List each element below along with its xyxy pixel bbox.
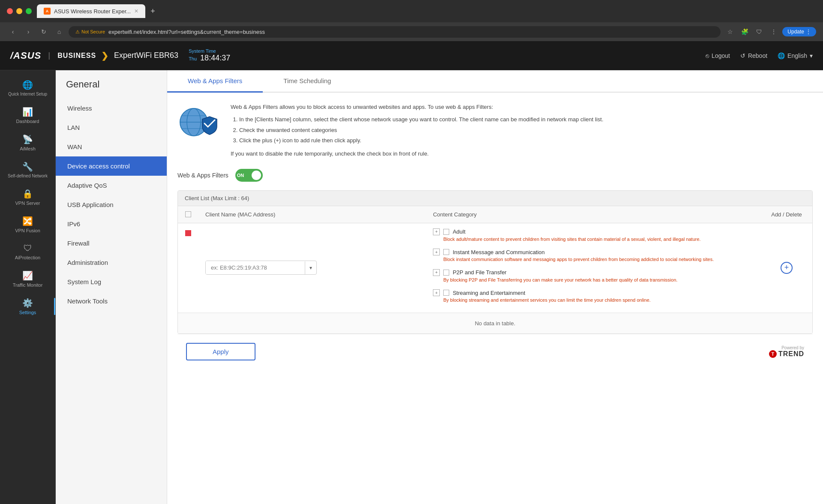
nav-item-system-log[interactable]: System Log <box>56 272 167 291</box>
traffic-monitor-icon: 📈 <box>22 270 33 281</box>
vpn-fusion-icon: 🔀 <box>22 216 33 226</box>
trend-logo: T TREND <box>769 350 804 358</box>
info-text: Web & Apps Filters allows you to block a… <box>231 103 604 159</box>
tab-close-icon[interactable]: ✕ <box>134 8 138 14</box>
left-nav: General Wireless LAN WAN Device access c… <box>56 70 167 504</box>
nav-item-adaptive-qos[interactable]: Adaptive QoS <box>56 176 167 195</box>
nav-item-administration[interactable]: Administration <box>56 253 167 272</box>
logo-arrow-icon: ❯ <box>101 51 109 61</box>
system-time-day: Thu <box>189 56 197 61</box>
maximize-button[interactable] <box>26 8 32 14</box>
system-time-clock: 18:44:37 <box>200 54 230 63</box>
sidebar-label-vpn-server: VPN Server <box>15 201 40 206</box>
col-header-action: Add / Delete <box>761 206 812 223</box>
mac-dropdown-arrow[interactable]: ▾ <box>305 261 316 274</box>
home-button[interactable]: ⌂ <box>53 26 65 38</box>
trend-name: TREND <box>778 350 804 358</box>
tab-title: ASUS Wireless Router Exper... <box>54 8 131 15</box>
mac-address-input[interactable] <box>206 261 305 274</box>
bottom-action: Apply Powered by T TREND <box>177 334 813 369</box>
sidebar-label-self-defined: Self-defined Network <box>8 174 48 178</box>
web-apps-filter-toggle[interactable]: ON <box>235 169 263 182</box>
category-desc-adult: Block adult/mature content to prevent ch… <box>443 236 700 243</box>
minimize-button[interactable] <box>16 8 22 14</box>
router-name: ExpertWiFi EBR63 <box>114 51 178 60</box>
trend-circle-icon: T <box>769 350 777 358</box>
category-expand-adult[interactable]: + <box>433 228 440 235</box>
mac-address-input-wrapper: ▾ <box>205 261 317 275</box>
back-button[interactable]: ‹ <box>7 26 19 38</box>
powered-by: Powered by T TREND <box>769 345 804 358</box>
tab-time-scheduling[interactable]: Time Scheduling <box>263 70 351 93</box>
powered-by-label: Powered by <box>781 345 804 350</box>
info-section: Web & Apps Filters allows you to block a… <box>177 103 813 159</box>
add-rule-button[interactable]: + <box>781 262 793 274</box>
nav-item-lan[interactable]: LAN <box>56 118 167 137</box>
client-list-section: Client List (Max Limit : 64) Client Name… <box>177 190 813 334</box>
category-p2p: + P2P and File Transfer By blocking P2P … <box>433 269 677 283</box>
sidebar-item-self-defined-network[interactable]: 🔧 Self-defined Network <box>0 157 55 183</box>
vpn-server-icon: 🔒 <box>22 189 33 199</box>
content-body: Web & Apps Filters allows you to block a… <box>167 93 823 504</box>
toggle-on-label: ON <box>237 173 244 178</box>
sidebar-item-settings[interactable]: ⚙️ Settings <box>0 294 55 319</box>
extension-icon[interactable]: 🧩 <box>739 26 751 38</box>
checkbox-streaming[interactable] <box>443 290 449 296</box>
sidebar-item-quick-internet-setup[interactable]: 🌐 Quick Internet Setup <box>0 75 55 101</box>
reboot-button[interactable]: ↺ Reboot <box>740 52 767 59</box>
self-defined-icon: 🔧 <box>22 162 33 172</box>
not-secure-indicator: ⚠ Not Secure <box>75 29 105 35</box>
sidebar-item-dashboard[interactable]: 📊 Dashboard <box>0 102 55 128</box>
tab-favicon: A <box>44 8 51 15</box>
bookmark-icon[interactable]: ☆ <box>724 26 736 38</box>
system-time-label: System Time <box>189 48 230 54</box>
address-bar[interactable]: ⚠ Not Secure expertwifi.net/index.html?u… <box>69 26 721 38</box>
sidebar-item-vpn-fusion[interactable]: 🔀 VPN Fusion <box>0 212 55 237</box>
nav-item-usb-application[interactable]: USB Application <box>56 195 167 214</box>
close-button[interactable] <box>7 8 13 14</box>
refresh-button[interactable]: ↻ <box>38 26 50 38</box>
new-tab-button[interactable]: + <box>147 5 159 18</box>
category-expand-instant-message[interactable]: + <box>433 249 440 255</box>
checkbox-instant-message[interactable] <box>443 249 449 255</box>
content-tabs: Web & Apps Filters Time Scheduling <box>167 70 823 93</box>
sidebar-label-aimesh: AiMesh <box>20 146 36 151</box>
shield-icon[interactable]: 🛡 <box>753 26 765 38</box>
update-button[interactable]: Update ⋮ <box>782 27 816 36</box>
sidebar-item-aiprotection[interactable]: 🛡 AiProtection <box>0 239 55 264</box>
sidebar-item-aimesh[interactable]: 📡 AiMesh <box>0 130 55 156</box>
category-expand-p2p[interactable]: + <box>433 269 440 276</box>
nav-item-device-access-control[interactable]: Device access control <box>56 156 167 176</box>
nav-item-wireless[interactable]: Wireless <box>56 99 167 118</box>
category-name-adult: Adult <box>453 228 466 235</box>
system-time: System Time Thu 18:44:37 <box>189 48 230 63</box>
select-all-checkbox[interactable] <box>185 211 191 217</box>
category-name-instant-message: Instant Message and Communication <box>453 249 545 255</box>
language-label: English <box>787 52 807 59</box>
language-selector[interactable]: 🌐 English ▾ <box>778 52 813 59</box>
table-header-row: Client Name (MAC Address) Content Catego… <box>178 206 812 223</box>
nav-item-wan[interactable]: WAN <box>56 137 167 156</box>
active-tab[interactable]: A ASUS Wireless Router Exper... ✕ <box>37 4 145 18</box>
checkbox-p2p[interactable] <box>443 270 449 276</box>
aiprotection-icon: 🛡 <box>24 243 32 253</box>
menu-icon[interactable]: ⋮ <box>768 26 780 38</box>
apply-button[interactable]: Apply <box>186 343 255 360</box>
forward-button[interactable]: › <box>22 26 34 38</box>
globe-icon: 🌐 <box>778 52 785 59</box>
nav-item-firewall[interactable]: Firewall <box>56 234 167 253</box>
nav-item-ipv6[interactable]: IPv6 <box>56 214 167 234</box>
tab-web-apps-filters[interactable]: Web & Apps Filters <box>167 70 263 93</box>
sidebar-item-traffic-monitor[interactable]: 📈 Traffic Monitor <box>0 266 55 292</box>
category-desc-instant-message: Block instant communication software and… <box>443 256 714 263</box>
category-expand-streaming[interactable]: + <box>433 289 440 296</box>
col-header-content: Content Category <box>426 206 761 223</box>
toggle-thumb <box>252 171 261 180</box>
logout-button[interactable]: ⎋ Logout <box>706 52 730 59</box>
row-checkbox[interactable] <box>185 230 191 236</box>
sidebar-item-vpn-server[interactable]: 🔒 VPN Server <box>0 184 55 210</box>
sidebar-label-dashboard: Dashboard <box>16 119 39 124</box>
checkbox-adult[interactable] <box>443 229 449 235</box>
nav-item-network-tools[interactable]: Network Tools <box>56 291 167 311</box>
reboot-icon: ↺ <box>740 52 745 59</box>
